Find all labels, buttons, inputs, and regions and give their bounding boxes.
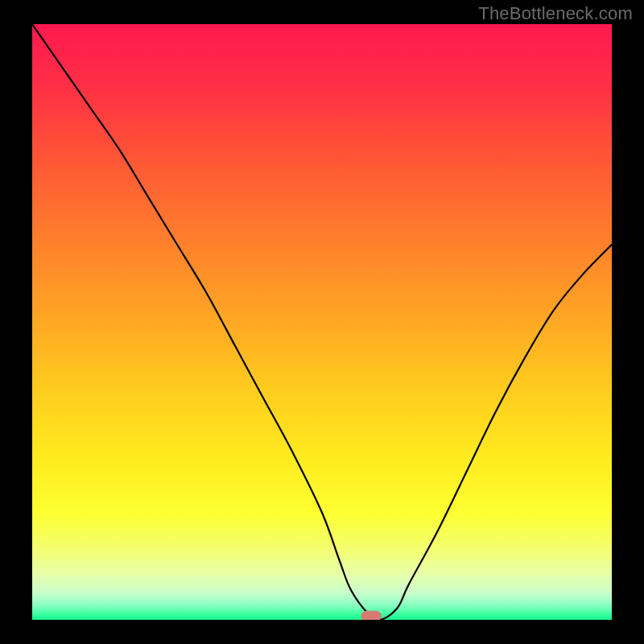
plot-area	[32, 24, 612, 620]
watermark-text: TheBottleneck.com	[478, 3, 633, 24]
gradient-background	[32, 24, 612, 620]
optimal-marker	[361, 611, 382, 620]
chart-frame: TheBottleneck.com	[0, 0, 644, 644]
bottleneck-chart	[32, 24, 612, 620]
